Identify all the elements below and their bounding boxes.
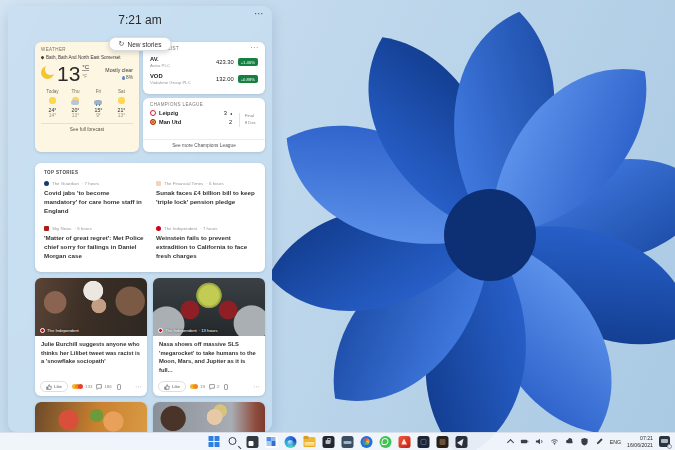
- pen-icon[interactable]: [595, 437, 604, 446]
- reaction-emoji-icon: [78, 384, 83, 389]
- unit-celsius[interactable]: °C: [82, 64, 89, 71]
- leipzig-badge-icon: [150, 110, 156, 116]
- widgets-panel: 7:21 am ⋯ ↻ New stories WEATHER Bath, Ba…: [8, 6, 272, 432]
- winner-marker-icon: ◂: [230, 111, 232, 116]
- new-stories-button[interactable]: ↻ New stories: [109, 37, 172, 51]
- start-button[interactable]: [208, 436, 220, 448]
- chevron-up-icon[interactable]: [507, 438, 514, 445]
- panel-settings-icon[interactable]: ⋯: [254, 8, 264, 19]
- thumbs-up-icon: [46, 384, 52, 390]
- news-card[interactable]: The Independent Julie Burchill suggests …: [35, 278, 147, 396]
- system-clock[interactable]: 07:21 16/06/2021: [627, 435, 653, 449]
- onedrive-icon[interactable]: [565, 437, 574, 446]
- dark-app-icon[interactable]: [436, 436, 448, 448]
- match-status: Final 8 Dec: [239, 113, 256, 127]
- man-utd-badge-icon: [150, 119, 156, 125]
- news-image: [153, 402, 265, 432]
- see-full-forecast-button[interactable]: See full forecast: [41, 123, 133, 132]
- more-icon[interactable]: ⋯: [253, 383, 260, 391]
- news-card-partial[interactable]: [153, 402, 265, 432]
- precipitation-chance: 8%: [126, 75, 133, 80]
- wifi-icon[interactable]: [550, 437, 559, 446]
- sunny-icon: [48, 96, 57, 105]
- see-more-champions-league-button[interactable]: See more Champions League: [143, 139, 265, 152]
- current-temperature: 13: [57, 63, 80, 84]
- reaction-emoji-icon: [193, 384, 198, 389]
- news-card[interactable]: The Independent · 13 hours Nasa shows of…: [153, 278, 265, 396]
- more-icon[interactable]: ⋯: [135, 383, 142, 391]
- droplet-icon: [122, 76, 125, 80]
- financial-times-logo-icon: [156, 181, 161, 186]
- comments-button[interactable]: 186: [96, 384, 111, 390]
- guardian-logo-icon: [44, 181, 49, 186]
- partly-cloudy-icon: [71, 96, 80, 105]
- location-pin-icon: [40, 55, 44, 59]
- sports-widget[interactable]: CHAMPIONS LEAGUE Leipzig 3 ◂ Man Utd 2 F…: [143, 98, 265, 152]
- forecast-day[interactable]: Fri 15° 9°: [87, 89, 110, 118]
- news-image: [35, 402, 147, 432]
- moon-icon: [41, 66, 54, 79]
- story-headline: Weinstein fails to prevent extradition t…: [156, 234, 256, 261]
- news-image: The Independent · 13 hours: [153, 278, 265, 336]
- weather-condition: Mostly clear: [105, 67, 133, 73]
- unit-fahrenheit[interactable]: °F: [82, 73, 89, 79]
- top-stories-widget: TOP STORIES The Guardian · 7 hours Covid…: [35, 163, 265, 272]
- red-app-icon[interactable]: [398, 436, 410, 448]
- match-team-row: Leipzig 3 ◂: [150, 110, 232, 116]
- widgets-icon[interactable]: [265, 436, 277, 448]
- story-item[interactable]: The Independent · 7 hours Weinstein fail…: [156, 226, 256, 261]
- lock-app-icon[interactable]: [322, 436, 334, 448]
- notification-icon[interactable]: [659, 436, 670, 447]
- new-stories-label: New stories: [127, 41, 161, 48]
- taskbar: ENG 07:21 16/06/2021: [0, 432, 675, 450]
- independent-logo-icon: [158, 328, 163, 333]
- news-image: The Independent: [35, 278, 147, 336]
- dark-app-icon[interactable]: [417, 436, 429, 448]
- watchlist-more-icon[interactable]: ⋯: [250, 43, 258, 52]
- reactions[interactable]: 19: [190, 384, 205, 389]
- comment-icon: [209, 384, 215, 390]
- weather-location: Bath, Bath And North East Somerset: [46, 55, 121, 60]
- search-icon[interactable]: [228, 437, 236, 445]
- defender-shield-icon[interactable]: [580, 437, 589, 446]
- wallpaper-bloom: [255, 0, 675, 450]
- comments-button[interactable]: 2: [209, 384, 219, 390]
- story-item[interactable]: The Guardian · 7 hours Covid jabs 'to be…: [44, 181, 144, 216]
- independent-logo-icon: [40, 328, 45, 333]
- comment-icon: [96, 384, 102, 390]
- forecast-day[interactable]: Thu 20° 13°: [64, 89, 87, 118]
- battery-icon[interactable]: [520, 437, 529, 446]
- story-headline: Sunak faces £4 billion bill to keep 'tri…: [156, 189, 256, 207]
- story-item[interactable]: The Financial Times · 6 hours Sunak face…: [156, 181, 256, 216]
- pen-app-icon[interactable]: [455, 436, 467, 448]
- share-icon[interactable]: [116, 384, 122, 390]
- news-headline: Nasa shows off massive SLS 'megarocket' …: [153, 336, 265, 375]
- like-button[interactable]: Like: [158, 381, 186, 392]
- share-icon[interactable]: [223, 384, 229, 390]
- news-card-partial[interactable]: [35, 402, 147, 432]
- photos-app-icon[interactable]: [360, 436, 372, 448]
- forecast-day[interactable]: Today 24° 14°: [41, 89, 64, 118]
- weather-widget[interactable]: WEATHER Bath, Bath And North East Somers…: [35, 42, 139, 152]
- edge-browser-icon[interactable]: [284, 436, 296, 448]
- reactions[interactable]: 133: [72, 384, 92, 389]
- refresh-icon: ↻: [119, 40, 125, 48]
- panel-clock: 7:21 am: [8, 13, 272, 27]
- language-indicator[interactable]: ENG: [610, 439, 621, 445]
- like-button[interactable]: Like: [40, 381, 68, 392]
- story-headline: Covid jabs 'to become mandatory' for car…: [44, 189, 144, 216]
- sky-news-logo-icon: [44, 226, 49, 231]
- change-badge: +1.46%: [238, 58, 258, 66]
- task-view-icon[interactable]: [246, 436, 258, 448]
- whatsapp-icon[interactable]: [379, 436, 391, 448]
- stock-row[interactable]: VOD Vodafone Group PLC 132.00 +0.88%: [150, 73, 258, 85]
- file-explorer-icon[interactable]: [303, 437, 315, 447]
- sunny-icon: [117, 96, 126, 105]
- independent-logo-icon: [156, 226, 161, 231]
- volume-icon[interactable]: [535, 437, 544, 446]
- story-headline: 'Matter of great regret': Met Police chi…: [44, 234, 144, 261]
- forecast-day[interactable]: Sat 21° 13°: [110, 89, 133, 118]
- stock-row[interactable]: AV. Aviva PLC 423.30 +1.46%: [150, 56, 258, 68]
- wallet-app-icon[interactable]: [341, 436, 353, 448]
- story-item[interactable]: Sky News · 6 hours 'Matter of great regr…: [44, 226, 144, 261]
